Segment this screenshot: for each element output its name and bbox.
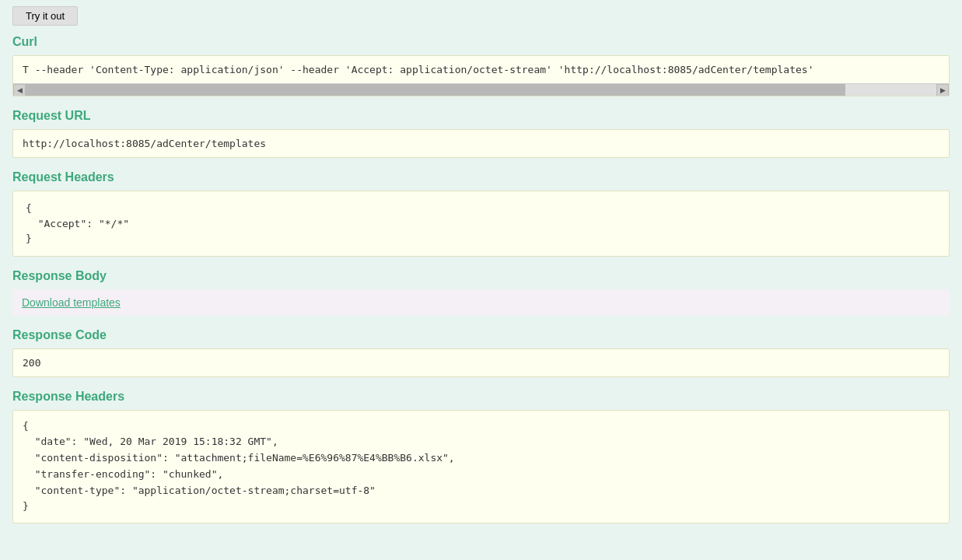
curl-section: Curl T --header 'Content-Type: applicati…	[0, 35, 962, 109]
response-body-content: Download templates	[12, 289, 950, 316]
top-bar: Try it out	[0, 0, 962, 35]
response-headers-section: Response Headers { "date": "Wed, 20 Mar …	[0, 390, 962, 537]
response-code-section: Response Code 200	[0, 328, 962, 390]
response-headers-content: { "date": "Wed, 20 Mar 2019 15:18:32 GMT…	[12, 410, 950, 524]
download-templates-link[interactable]: Download templates	[22, 296, 121, 309]
request-headers-section: Request Headers { "Accept": "*/*" }	[0, 170, 962, 269]
scroll-thumb	[26, 84, 845, 96]
response-headers-title: Response Headers	[12, 390, 950, 404]
try-button[interactable]: Try it out	[12, 6, 78, 26]
main-container: Try it out Curl T --header 'Content-Type…	[0, 0, 962, 536]
curl-wrapper: T --header 'Content-Type: application/js…	[12, 55, 950, 96]
response-code-title: Response Code	[12, 328, 950, 342]
curl-code: T --header 'Content-Type: application/js…	[13, 56, 949, 83]
request-url-value: http://localhost:8085/adCenter/templates	[12, 129, 950, 158]
request-headers-title: Request Headers	[12, 170, 950, 184]
scroll-track[interactable]	[26, 84, 936, 96]
request-url-title: Request URL	[12, 109, 950, 123]
request-headers-content: { "Accept": "*/*" }	[12, 191, 950, 257]
request-url-section: Request URL http://localhost:8085/adCent…	[0, 109, 962, 170]
response-code-value: 200	[12, 348, 950, 377]
scroll-left-arrow[interactable]: ◀	[13, 84, 26, 96]
curl-title: Curl	[12, 35, 950, 49]
scroll-right-arrow[interactable]: ▶	[936, 84, 949, 96]
curl-scrollbar[interactable]: ◀ ▶	[13, 83, 949, 96]
response-body-section: Response Body Download templates	[0, 269, 962, 328]
response-body-title: Response Body	[12, 269, 950, 283]
